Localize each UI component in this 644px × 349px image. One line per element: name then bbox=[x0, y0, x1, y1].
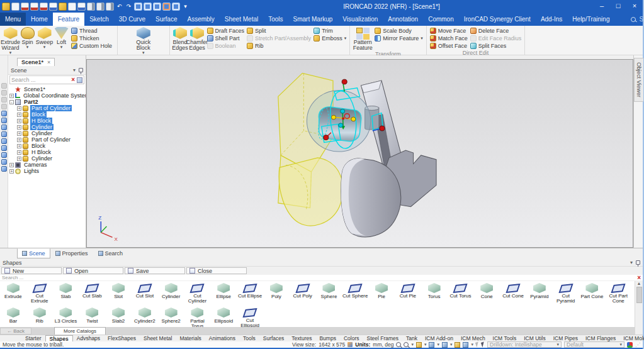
command-search-input[interactable] bbox=[639, 16, 644, 23]
quick-access-icon[interactable]: ▾ bbox=[181, 3, 189, 11]
quick-access-icon[interactable] bbox=[96, 3, 105, 11]
ribbon-small-button[interactable]: Boolean bbox=[207, 42, 245, 50]
catalog-toolbar-button[interactable]: Save bbox=[125, 267, 185, 274]
quick-access-icon[interactable] bbox=[40, 3, 48, 11]
document-tab[interactable]: Scene1* × bbox=[17, 58, 55, 66]
search-filter-icon[interactable] bbox=[77, 77, 82, 83]
more-catalogs-tab[interactable]: More Catalogs bbox=[54, 327, 106, 335]
catalog-toolbar-button[interactable]: Close bbox=[186, 267, 247, 274]
tree-item[interactable]: + Lights bbox=[9, 168, 86, 174]
ribbon-small-button[interactable]: Rib bbox=[247, 42, 311, 50]
catalog-tab[interactable]: Sheet Metal bbox=[140, 335, 176, 341]
ribbon-small-button[interactable]: Mirror Feature ▾ bbox=[375, 35, 423, 42]
catalog-tab[interactable]: ICM Flanges bbox=[582, 335, 619, 341]
ribbon-small-button[interactable]: Draft Faces bbox=[207, 27, 245, 35]
catalog-item[interactable]: Cylinder bbox=[158, 283, 184, 299]
ribbon-tab[interactable]: Help/Training bbox=[567, 13, 614, 26]
quick-access-icon[interactable]: ↶ bbox=[115, 3, 123, 11]
catalog-tab[interactable]: Tools bbox=[239, 335, 259, 341]
catalog-item[interactable]: Cut Ellipsoid bbox=[237, 307, 263, 328]
tree-expander-icon[interactable]: + bbox=[17, 113, 21, 117]
ribbon-big-button[interactable]: Sweep ▾ bbox=[36, 26, 53, 55]
color-settings-icon[interactable] bbox=[627, 342, 633, 348]
tree-expander-icon[interactable]: + bbox=[9, 163, 14, 167]
ribbon-big-button[interactable]: Loft ▾ bbox=[53, 26, 70, 55]
catalog-tab[interactable]: ICM Pipes bbox=[550, 335, 582, 341]
panel-tab[interactable]: Search bbox=[93, 248, 128, 258]
catalog-scrollbar[interactable]: ▲ bbox=[635, 281, 643, 335]
ribbon-small-button[interactable]: Emboss ▾ bbox=[314, 35, 346, 42]
tree-item[interactable]: Scene1* bbox=[9, 86, 86, 92]
pin-icon[interactable] bbox=[79, 68, 83, 72]
ribbon-small-button[interactable]: Thread bbox=[71, 27, 114, 35]
catalog-back-button[interactable]: ← Back bbox=[0, 328, 31, 335]
tree-expander-icon[interactable]: + bbox=[17, 144, 21, 148]
ribbon-small-button[interactable]: Split Faces bbox=[470, 42, 522, 50]
ribbon-big-button[interactable]: Chamfer Edges bbox=[189, 26, 206, 55]
tree-item[interactable]: + Block bbox=[9, 143, 86, 149]
ribbon-small-button[interactable]: Edit Face Radius bbox=[470, 35, 522, 42]
ribbon-tab[interactable]: IronCAD Synergy Client bbox=[459, 13, 536, 26]
catalog-tab[interactable]: Shapes bbox=[45, 335, 73, 341]
catalog-tab[interactable]: Steel Frames bbox=[363, 335, 402, 341]
shape-preset-icon[interactable] bbox=[1, 138, 7, 144]
panel-tab[interactable]: Scene bbox=[17, 248, 50, 258]
quick-access-icon[interactable] bbox=[153, 3, 161, 11]
quick-access-icon[interactable] bbox=[106, 3, 114, 11]
catalog-tab[interactable]: Animations bbox=[205, 335, 239, 341]
shape-preset-icon[interactable] bbox=[1, 83, 7, 89]
panel-tab[interactable]: Properties bbox=[50, 248, 93, 258]
catalog-item[interactable]: Sphere bbox=[316, 283, 342, 299]
quick-access-icon[interactable] bbox=[21, 3, 29, 11]
ribbon-small-button[interactable]: Offset Face bbox=[430, 42, 468, 50]
shape-preset-icon[interactable] bbox=[1, 125, 7, 130]
shape-preset-icon[interactable] bbox=[1, 152, 7, 158]
ribbon-small-button[interactable]: Scale Body bbox=[375, 27, 423, 35]
zoom-icon[interactable] bbox=[396, 342, 401, 347]
catalog-item[interactable]: Pyramid bbox=[526, 283, 553, 299]
catalog-item[interactable]: Slot bbox=[105, 283, 132, 299]
quick-access-icon[interactable] bbox=[59, 3, 67, 11]
catalog-item[interactable]: Poly bbox=[263, 283, 290, 299]
catalog-tab[interactable]: ICM Mech bbox=[457, 335, 489, 341]
catalog-item[interactable]: Cut Sphere bbox=[342, 283, 368, 299]
ribbon-small-button[interactable]: Delete Face bbox=[470, 27, 522, 35]
catalog-item[interactable]: Cut Extrude bbox=[26, 283, 53, 304]
document-close-icon[interactable]: × bbox=[47, 59, 50, 65]
catalog-item[interactable]: Cut Pyramid bbox=[553, 283, 579, 304]
quick-access-icon[interactable] bbox=[49, 3, 57, 11]
catalog-tab[interactable]: Colors bbox=[340, 335, 363, 341]
ribbon-tab[interactable]: Surface bbox=[150, 13, 182, 26]
catalog-item[interactable]: Sphere2 bbox=[158, 307, 184, 324]
catalog-tab[interactable]: Bumps bbox=[315, 335, 339, 341]
quick-access-icon[interactable] bbox=[11, 3, 20, 11]
quick-access-icon[interactable] bbox=[68, 3, 76, 11]
catalog-tab[interactable]: Starter bbox=[21, 335, 45, 341]
ribbon-tab[interactable]: Smart Markup bbox=[288, 13, 338, 26]
catalog-item[interactable]: Cut Torus bbox=[448, 283, 474, 299]
shape-preset-icon[interactable] bbox=[1, 104, 7, 109]
shape-preset-icon[interactable] bbox=[1, 111, 7, 116]
catalog-tab[interactable]: Advshaps bbox=[73, 335, 104, 341]
quick-access-icon[interactable] bbox=[77, 3, 86, 11]
shape-preset-icon[interactable] bbox=[1, 159, 7, 165]
catalog-search-input[interactable] bbox=[2, 275, 637, 280]
catalog-tab[interactable]: ICM Tools bbox=[489, 335, 521, 341]
catalog-item[interactable]: Cut Ellipse bbox=[237, 283, 263, 299]
catalog-item[interactable]: Cone bbox=[473, 283, 500, 299]
catalog-item[interactable]: Cut Pie bbox=[395, 283, 421, 299]
catalog-item[interactable]: Bar bbox=[0, 307, 26, 324]
ribbon-tab[interactable]: Add-Ins bbox=[536, 13, 567, 26]
catalog-toolbar-button[interactable]: New bbox=[1, 267, 62, 274]
tree-expander-icon[interactable]: + bbox=[9, 169, 14, 174]
viewport-3d[interactable]: Z X bbox=[86, 59, 633, 248]
catalog-item[interactable]: Cut Cylinder bbox=[184, 283, 211, 304]
catalog-tab[interactable]: Textures bbox=[288, 335, 315, 341]
quick-access-icon[interactable] bbox=[134, 3, 142, 11]
config-select[interactable]: Default ▾ bbox=[564, 341, 624, 348]
ribbon-tab[interactable]: Sketch bbox=[84, 13, 114, 26]
tree-item[interactable]: + Part of Cylinder bbox=[9, 136, 86, 143]
catalog-tab[interactable]: ICM Add-on bbox=[421, 335, 457, 341]
ribbon-tab[interactable]: Visualization bbox=[337, 13, 383, 26]
quick-access-icon[interactable] bbox=[172, 3, 180, 11]
